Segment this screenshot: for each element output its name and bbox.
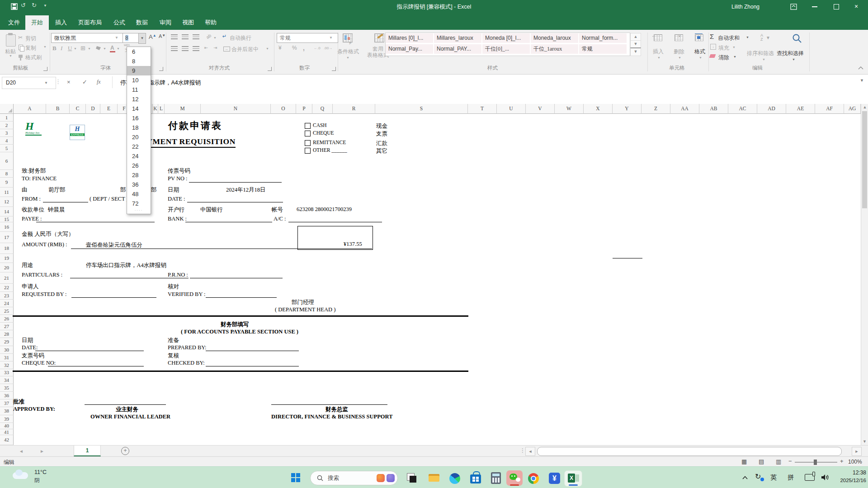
column-header-U[interactable]: U (497, 104, 526, 114)
row-header-5[interactable]: 5 (0, 145, 14, 152)
font-name-combo[interactable]: 微软雅黑 (51, 33, 123, 43)
select-all-corner[interactable] (0, 104, 14, 114)
font-size-option-20[interactable]: 20 (127, 132, 151, 142)
zoom-in-icon[interactable]: + (840, 458, 844, 465)
alignment-dialog-launcher-icon[interactable] (268, 67, 272, 71)
font-size-option-8[interactable]: 8 (127, 56, 151, 66)
tab-文件[interactable]: 文件 (4, 15, 24, 30)
style-chip[interactable]: Normal_form... (579, 33, 627, 43)
decrease-indent-icon[interactable]: ⇤ (204, 45, 208, 50)
row-header-19[interactable]: 19 (0, 254, 14, 263)
row-header-2[interactable]: 2 (0, 122, 14, 129)
ribbon-display-options-icon[interactable] (790, 4, 797, 10)
find-select-button[interactable]: 查找和选择 (777, 50, 804, 57)
tab-页面布局[interactable]: 页面布局 (72, 15, 108, 30)
horizontal-scroll-thumb[interactable] (537, 447, 842, 456)
minimize-button[interactable] (812, 6, 817, 7)
paste-icon[interactable] (6, 34, 16, 47)
checkbox-remittance[interactable] (305, 140, 311, 146)
font-dialog-launcher-icon[interactable] (159, 67, 163, 71)
zoom-slider-thumb[interactable] (814, 460, 817, 465)
fill-arrow[interactable]: ▼ (732, 46, 736, 49)
row-header-9[interactable]: 9 (0, 178, 14, 188)
font-size-option-24[interactable]: 24 (127, 151, 151, 161)
row-header-39[interactable]: 39 (0, 415, 14, 423)
number-dialog-launcher-icon[interactable] (332, 67, 336, 71)
row-header-3[interactable]: 3 (0, 129, 14, 137)
row-header-21[interactable]: 21 (0, 272, 14, 284)
column-header-W[interactable]: W (555, 104, 584, 114)
increase-indent-icon[interactable]: ⇥ (213, 45, 217, 50)
format-painter-icon[interactable] (19, 55, 23, 58)
font-size-option-14[interactable]: 14 (127, 104, 151, 113)
cancel-entry-icon[interactable]: × (67, 79, 71, 85)
tab-视图[interactable]: 视图 (177, 15, 199, 30)
row-header-16[interactable]: 16 (0, 222, 14, 232)
merge-center-icon[interactable]: ↔ (223, 47, 230, 52)
row-header-1[interactable]: 1 (0, 114, 14, 122)
font-color-icon[interactable]: A (110, 45, 114, 51)
tab-审阅[interactable]: 审阅 (155, 15, 176, 30)
row-header-42[interactable]: 42 (0, 435, 14, 445)
column-header-P[interactable]: P (296, 104, 312, 114)
column-header-AE[interactable]: AE (786, 104, 815, 114)
calculator-icon[interactable] (491, 472, 501, 484)
style-chip[interactable]: 常规 (579, 44, 627, 54)
confirm-entry-icon[interactable]: ✓ (82, 79, 87, 85)
clear-arrow[interactable]: ▼ (733, 55, 736, 58)
vertical-scroll-thumb[interactable] (862, 111, 867, 208)
row-header-22[interactable]: 22 (0, 284, 14, 292)
clear-icon[interactable] (709, 54, 716, 58)
row-header-41[interactable]: 41 (0, 429, 14, 435)
column-header-C[interactable]: C (70, 104, 86, 114)
row-header-29[interactable]: 29 (0, 338, 14, 346)
column-header-AB[interactable]: AB (699, 104, 728, 114)
column-header-M[interactable]: M (165, 104, 201, 114)
scroll-grip-icon[interactable]: ⋮ (520, 447, 525, 454)
column-header-AF[interactable]: AF (815, 104, 844, 114)
column-header-AG[interactable]: AG (844, 104, 861, 114)
font-size-option-11[interactable]: 11 (127, 85, 151, 94)
font-size-option-72[interactable]: 72 (127, 199, 151, 208)
row-header-12[interactable]: 12 (0, 197, 14, 207)
zoom-level[interactable]: 100% (848, 459, 862, 465)
vertical-scrollbar[interactable]: ▲ ▼ (861, 104, 868, 445)
align-bottom-icon[interactable] (193, 34, 199, 39)
increase-font-icon[interactable]: A▲ (149, 33, 156, 40)
font-size-option-28[interactable]: 28 (127, 170, 151, 180)
tab-帮助[interactable]: 帮助 (200, 15, 222, 30)
new-sheet-icon[interactable]: + (121, 447, 129, 455)
column-header-V[interactable]: V (526, 104, 555, 114)
row-header-8[interactable]: 8 (0, 170, 14, 178)
phonetic-icon[interactable]: wén (124, 43, 130, 47)
column-header-E[interactable]: E (100, 104, 118, 114)
row-header-27[interactable]: 27 (0, 323, 14, 330)
font-color-arrow-icon[interactable]: ▼ (117, 47, 120, 50)
row-header-4[interactable]: 4 (0, 137, 14, 145)
conditional-formatting-button[interactable]: 条件格式 (337, 48, 359, 56)
zoom-out-icon[interactable]: − (788, 458, 792, 465)
column-header-Y[interactable]: Y (613, 104, 642, 114)
align-middle-icon[interactable] (182, 34, 189, 39)
borders-icon[interactable]: ⊞ (80, 45, 85, 52)
column-header-Q[interactable]: Q (312, 104, 333, 114)
row-header-17[interactable]: 17 (0, 232, 14, 243)
font-size-option-18[interactable]: 18 (127, 123, 151, 132)
font-name-arrow-icon[interactable]: ▼ (115, 36, 118, 40)
delete-cells-button[interactable]: 删除 (674, 48, 684, 56)
style-chip[interactable]: Normal_Pay... (386, 44, 433, 54)
scroll-down-icon[interactable]: ▼ (863, 439, 867, 444)
checkbox-other[interactable] (305, 148, 311, 154)
style-chip[interactable]: 千位[0]_... (482, 44, 530, 54)
comma-icon[interactable]: , (303, 44, 305, 52)
format-cells-arrow[interactable]: ▼ (699, 56, 702, 59)
wrap-text-icon[interactable]: ↵ (222, 33, 226, 39)
align-left-icon[interactable] (171, 46, 178, 51)
name-box-arrow-icon[interactable]: ▼ (44, 81, 48, 85)
edge-icon[interactable] (449, 473, 460, 484)
row-header-32[interactable]: 32 (0, 361, 14, 369)
row-header-30[interactable]: 30 (0, 346, 14, 354)
insert-cells-arrow[interactable]: ▼ (657, 56, 660, 59)
clock-date[interactable]: 2025/12/16 (832, 478, 866, 483)
underline-arrow-icon[interactable]: ▼ (74, 47, 77, 50)
